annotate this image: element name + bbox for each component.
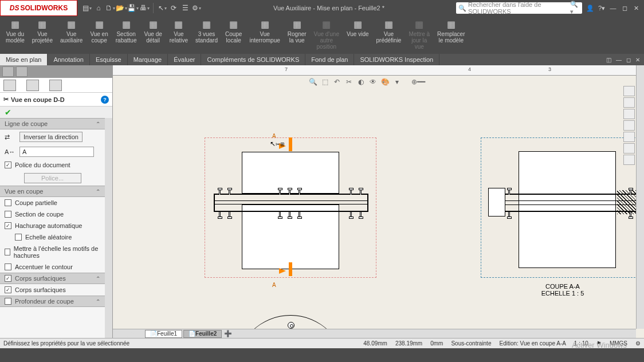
surface-bodies-checkbox[interactable]: ✓ <box>5 286 11 293</box>
ribbon-btn-1[interactable]: ▦Vueprojetée <box>29 17 56 53</box>
design-library-tab-icon[interactable] <box>623 97 635 108</box>
ribbon-btn-12[interactable]: ▦Vue vide <box>343 17 372 53</box>
cursor-icon[interactable]: ↖ <box>157 3 167 13</box>
ribbon-btn-7[interactable]: ▦3 vuesstandard <box>192 17 221 53</box>
menu-icon[interactable]: ▤ <box>82 3 92 13</box>
property-tab-icon[interactable] <box>26 80 39 91</box>
section-letter-input[interactable] <box>19 147 94 157</box>
custom-props-tab-icon[interactable] <box>623 143 635 154</box>
toolbar-handle[interactable]: ⊕━━ <box>404 77 433 87</box>
ribbon-btn-6[interactable]: ▦Vuerelative <box>166 17 191 53</box>
save-icon[interactable]: 💾 <box>128 3 138 13</box>
ribbon-btn-4[interactable]: ▦Sectionrabattue <box>112 17 140 53</box>
sheet-nav-next-icon[interactable]: ▶ <box>128 330 135 337</box>
partial-cut-checkbox[interactable] <box>5 199 11 206</box>
rebuild-icon[interactable]: ⟳ <box>168 3 179 13</box>
sheet-tab-2[interactable]: 📄 Feuille2 <box>183 330 222 338</box>
new-icon[interactable]: 🗋 <box>105 3 115 13</box>
panel-scrollbar[interactable] <box>105 118 112 338</box>
config-tab-icon[interactable] <box>49 80 62 91</box>
print-icon[interactable]: 🖶 <box>139 3 150 13</box>
feature-tree-tab-icon[interactable] <box>3 80 16 91</box>
edit-appearance-icon[interactable]: 🎨 <box>380 77 390 87</box>
zoom-fit-icon[interactable]: 🔍 <box>308 77 318 87</box>
ribbon-btn-3[interactable]: ▦Vue encoupe <box>87 17 111 53</box>
tab-close-icon[interactable]: ✕ <box>634 57 642 63</box>
ribbon-btn-8[interactable]: ▦Coupelocale <box>222 17 245 53</box>
open-icon[interactable]: 📂 <box>116 3 127 13</box>
ribbon-tab-compléments-de-solidworks[interactable]: Compléments de SOLIDWORKS <box>201 54 305 65</box>
scroll-right-icon[interactable]: ▶ <box>625 330 636 337</box>
ribbon-tab-esquisse[interactable]: Esquisse <box>90 54 128 65</box>
emphasize-contour-label: Accentuer le contour <box>15 263 73 270</box>
hide-show-icon[interactable]: 👁 <box>368 77 378 87</box>
panel-tab-1[interactable] <box>2 66 14 77</box>
emphasize-contour-checkbox[interactable] <box>5 263 11 270</box>
prev-view-icon[interactable]: ↶ <box>332 77 342 87</box>
font-button[interactable]: Police... <box>24 173 81 183</box>
settings-icon[interactable]: ⚙ <box>191 3 202 13</box>
zoom-area-icon[interactable]: ⬚ <box>320 77 330 87</box>
sheet-nav-prev-icon[interactable]: ◀ <box>121 330 128 337</box>
ribbon-tab-fond-de-plan[interactable]: Fond de plan <box>305 54 354 65</box>
section-cut-line-header[interactable]: Ligne de coupe⌃ <box>0 118 105 129</box>
ribbon-tab-évaluer[interactable]: Évaluer <box>168 54 201 65</box>
help-icon[interactable]: ?▾ <box>597 3 606 13</box>
scene-icon[interactable]: ▾ <box>392 77 402 87</box>
panel-help-icon[interactable]: ? <box>101 96 109 104</box>
drawing-canvas[interactable]: 🔍 ⬚ ↶ ✂ ◐ 👁 🎨 ▾ ⊕━━ <box>113 76 644 338</box>
appearances-tab-icon[interactable] <box>623 132 635 142</box>
add-sheet-icon[interactable]: ➕ <box>222 330 234 337</box>
scroll-left-icon[interactable]: ◀ <box>613 330 625 337</box>
surface-bodies-header[interactable]: ✓ Corps surfaciques⌃ <box>0 273 105 284</box>
doc-font-checkbox[interactable]: ✓ <box>5 162 11 168</box>
view-palette-tab-icon[interactable] <box>623 120 635 131</box>
ribbon-btn-13[interactable]: ▦Vueprédéfinie <box>373 17 405 53</box>
ribbon-tab-marquage[interactable]: Marquage <box>128 54 168 65</box>
home-icon[interactable]: ⌂ <box>93 3 104 13</box>
scale-hatch-checkbox[interactable] <box>5 249 10 255</box>
display-style-icon[interactable]: ◐ <box>356 77 366 87</box>
ribbon-btn-0[interactable]: ▦Vue dumodèle <box>2 17 28 53</box>
ribbon-btn-2[interactable]: ▦Vueauxiliaire <box>57 17 86 53</box>
file-explorer-tab-icon[interactable] <box>623 109 635 119</box>
sheet-nav-last-icon[interactable]: ⏭ <box>135 330 144 337</box>
ribbon-btn-15[interactable]: ▦Remplacerle modèle <box>434 17 468 53</box>
tab-options-icon[interactable]: ◫ <box>604 57 613 63</box>
help-search-input[interactable]: 🔍 Rechercher dans l'aide de SOLIDWORKS 🔍… <box>456 2 582 14</box>
reverse-direction-button[interactable]: Inverser la direction <box>19 132 83 142</box>
panel-tab-2[interactable] <box>16 66 28 77</box>
sheet-tab-1[interactable]: 📄 Feuille1 <box>145 330 182 338</box>
list-icon[interactable]: ☰ <box>180 3 190 13</box>
section-view-options-header[interactable]: Vue en coupe⌃ <box>0 186 105 197</box>
surface-bodies-section-checkbox[interactable]: ✓ <box>5 275 11 282</box>
tab-maximize-icon[interactable]: ◻ <box>625 57 633 63</box>
cut-section-checkbox[interactable] <box>5 211 11 218</box>
ribbon-btn-10[interactable]: ▦Rognerla vue <box>284 17 310 53</box>
vertical-scrollbar[interactable] <box>636 65 644 329</box>
random-scale-checkbox[interactable] <box>15 234 22 241</box>
resources-tab-icon[interactable] <box>623 86 635 96</box>
cursor-icon: ↖✂⊞ <box>270 140 285 148</box>
ribbon-tab-annotation[interactable]: Annotation <box>48 54 90 65</box>
ribbon-btn-5[interactable]: ▦Vue dedétail <box>140 17 165 53</box>
ribbon-btn-9[interactable]: ▦Vueinterrompue <box>246 17 283 53</box>
sheet-nav-first-icon[interactable]: ⏮ <box>113 330 121 337</box>
auto-hatch-checkbox[interactable]: ✓ <box>5 222 11 229</box>
minimize-icon[interactable]: — <box>608 3 618 13</box>
user-icon[interactable]: 👤 <box>586 3 595 13</box>
status-gear-icon[interactable]: ⚙ <box>635 340 641 347</box>
section-line-marker-bottom[interactable] <box>289 262 292 276</box>
section-view-icon[interactable]: ✂ <box>344 77 354 87</box>
tab-minimize-icon[interactable]: — <box>614 57 623 63</box>
maximize-icon[interactable]: ◻ <box>620 3 629 13</box>
cut-depth-header[interactable]: Profondeur de coupe⌃ <box>0 296 105 307</box>
ribbon-tab-solidworks-inspection[interactable]: SOLIDWORKS Inspection <box>354 54 439 65</box>
close-icon[interactable]: ✕ <box>631 3 641 13</box>
forum-tab-icon[interactable] <box>623 155 635 165</box>
section-line-marker-top[interactable] <box>289 137 292 151</box>
reverse-direction-icon[interactable]: ⇄ <box>5 133 16 141</box>
confirm-ok-icon[interactable]: ✔ <box>5 108 11 117</box>
ribbon-tab-mise-en-plan[interactable]: Mise en plan <box>0 54 48 65</box>
cut-depth-section-checkbox[interactable] <box>5 298 11 305</box>
